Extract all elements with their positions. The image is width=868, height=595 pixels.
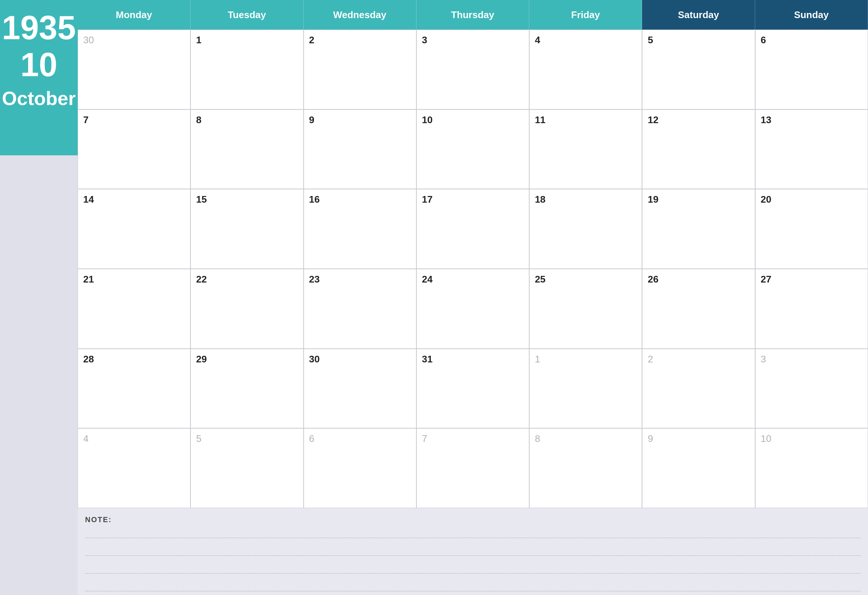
cell-date: 9 [648,433,653,444]
cell-date: 5 [196,433,201,444]
calendar-cell[interactable]: 25 [529,269,642,349]
calendar-cell[interactable]: 23 [304,269,416,349]
note-line-3[interactable] [85,563,861,574]
calendar-cell[interactable]: 6 [304,428,416,508]
calendar-cell[interactable]: 3 [755,349,868,428]
cell-date: 12 [648,114,658,125]
cell-date: 8 [535,433,540,444]
calendar-cell[interactable]: 2 [642,349,755,428]
cell-date: 9 [309,114,314,125]
header-thursday: Thursday [416,0,529,30]
cell-date: 20 [761,194,772,205]
cell-date: 18 [535,194,546,205]
header-sunday: Sunday [755,0,868,30]
calendar-cell[interactable]: 20 [755,189,868,269]
cell-date: 16 [309,194,320,205]
calendar-cell[interactable]: 4 [78,428,190,508]
calendar-cell[interactable]: 10 [755,428,868,508]
day-number-label: 10 [20,48,57,81]
calendar-container: 1935 10 October Monday Tuesday Wednesday… [0,0,868,595]
cell-date: 11 [535,114,546,125]
calendar-cell[interactable]: 14 [78,189,190,269]
calendar-cell[interactable]: 13 [755,109,868,189]
main-content: Monday Tuesday Wednesday Thursday Friday… [78,0,868,595]
calendar-cell[interactable]: 3 [416,30,529,109]
calendar-cell[interactable]: 7 [416,428,529,508]
calendar-cell[interactable]: 21 [78,269,190,349]
calendar-grid: 3012345678910111213141516171819202122232… [78,30,868,508]
cell-date: 15 [196,194,207,205]
calendar-cell[interactable]: 18 [529,189,642,269]
calendar-cell[interactable]: 9 [642,428,755,508]
cell-date: 22 [196,274,207,285]
note-label: NOTE: [85,515,861,524]
cell-date: 27 [761,274,772,285]
notes-section: NOTE: [78,508,868,595]
calendar-cell[interactable]: 4 [529,30,642,109]
calendar-cell[interactable]: 7 [78,109,190,189]
cell-date: 3 [422,34,427,46]
cell-date: 14 [83,194,94,205]
header-tuesday: Tuesday [190,0,303,30]
cell-date: 3 [761,353,766,365]
calendar-cell[interactable]: 11 [529,109,642,189]
cell-date: 5 [648,34,653,46]
calendar-cell[interactable]: 30 [304,349,416,428]
calendar-cell[interactable]: 6 [755,30,868,109]
calendar-cell[interactable]: 22 [190,269,303,349]
header-saturday: Saturday [642,0,755,30]
note-line-4[interactable] [85,580,861,591]
calendar-cell[interactable]: 12 [642,109,755,189]
note-line-1[interactable] [85,527,861,538]
calendar-cell[interactable]: 5 [190,428,303,508]
calendar-cell[interactable]: 30 [78,30,190,109]
cell-date: 29 [196,353,207,365]
cell-date: 10 [422,114,433,125]
cell-date: 8 [196,114,201,125]
calendar-cell[interactable]: 31 [416,349,529,428]
calendar-cell[interactable]: 8 [190,109,303,189]
cell-date: 30 [309,353,320,365]
cell-date: 6 [761,34,766,46]
calendar-cell[interactable]: 16 [304,189,416,269]
header-monday: Monday [78,0,190,30]
calendar-cell[interactable]: 1 [190,30,303,109]
note-line-2[interactable] [85,545,861,556]
cell-date: 28 [83,353,94,365]
cell-date: 25 [535,274,546,285]
calendar-cell[interactable]: 9 [304,109,416,189]
cell-date: 2 [309,34,314,46]
calendar-cell[interactable]: 10 [416,109,529,189]
calendar-cell[interactable]: 2 [304,30,416,109]
cell-date: 30 [83,34,94,46]
calendar-sidebar: 1935 10 October [0,0,78,595]
cell-date: 2 [648,353,653,365]
calendar-cell[interactable]: 24 [416,269,529,349]
calendar-cell[interactable]: 27 [755,269,868,349]
calendar-cell[interactable]: 19 [642,189,755,269]
year-label: 1935 [2,11,76,44]
calendar-cell[interactable]: 26 [642,269,755,349]
cell-date: 1 [535,353,540,365]
cell-date: 24 [422,274,433,285]
cell-date: 26 [648,274,658,285]
cell-date: 7 [422,433,427,444]
cell-date: 4 [535,34,540,46]
cell-date: 13 [761,114,772,125]
calendar-cell[interactable]: 5 [642,30,755,109]
cell-date: 19 [648,194,658,205]
cell-date: 4 [83,433,89,444]
calendar-cell[interactable]: 8 [529,428,642,508]
header-friday: Friday [529,0,642,30]
calendar-cell[interactable]: 15 [190,189,303,269]
month-label: October [2,89,75,108]
note-lines [85,527,861,591]
calendar-cell[interactable]: 1 [529,349,642,428]
cell-date: 17 [422,194,433,205]
cell-date: 1 [196,34,201,46]
calendar-cell[interactable]: 29 [190,349,303,428]
calendar-cell[interactable]: 17 [416,189,529,269]
cell-date: 23 [309,274,320,285]
calendar-cell[interactable]: 28 [78,349,190,428]
cell-date: 10 [761,433,772,444]
